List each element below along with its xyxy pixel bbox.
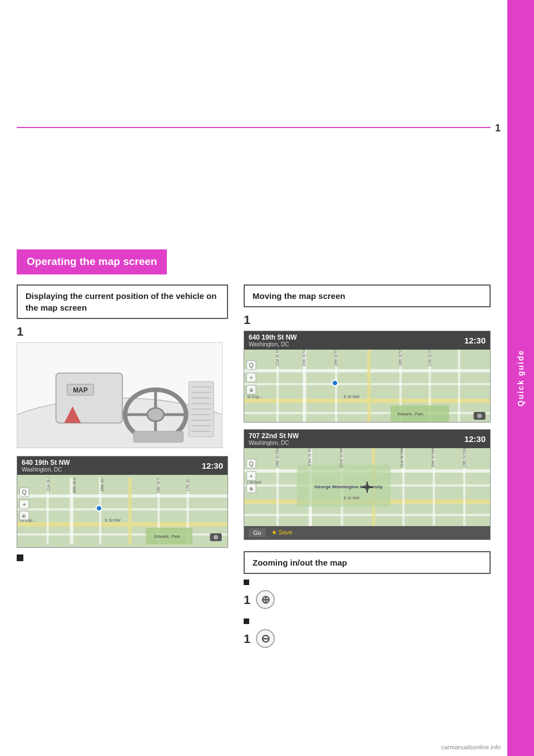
svg-text:19th St NW: 19th St NW	[334, 350, 338, 366]
zoom-in-black-sq	[244, 580, 249, 585]
left-indicator	[17, 554, 228, 561]
svg-text:22nd St NW: 22nd St NW	[339, 448, 344, 468]
moving-map-header2: 707 22nd St NW Washington, DC 12:30	[244, 430, 490, 448]
zoom-out-black-sq	[244, 618, 249, 624]
svg-point-80	[477, 414, 482, 418]
moving-map-after: 707 22nd St NW Washington, DC 12:30	[244, 429, 491, 540]
svg-text:⊕: ⊕	[249, 486, 254, 492]
moving-map-time1: 12:30	[464, 336, 486, 345]
moving-section: Moving the map screen 1 640 19th St NW W…	[244, 284, 491, 540]
zoom-in-button[interactable]: ⊕	[256, 590, 275, 609]
svg-point-72	[332, 380, 338, 386]
displaying-header: Displaying the current position of the v…	[17, 284, 228, 319]
map-time-left: 12:30	[202, 461, 223, 470]
zoom-out-indicator	[244, 618, 491, 624]
moving-map-body1: 21st St NW 20th St NW 19th St NW 18th St…	[244, 350, 490, 422]
main-content: Operating the map screen Displaying the …	[0, 0, 507, 669]
watermark: carmanualsonline.info	[441, 744, 501, 750]
svg-text:18th St NW: 18th St NW	[398, 350, 403, 366]
map-header-left: 640 19th St NW Washington, DC 12:30	[17, 456, 228, 475]
svg-text:20th St NW: 20th St NW	[72, 478, 77, 493]
map-roads-svg-left: 21st St NW 20th St NW 19th St NW 18th St…	[17, 478, 228, 544]
sidebar-label: Quick guide	[516, 350, 525, 406]
moving-map-time2: 12:30	[464, 434, 486, 444]
zoom-out-icon: ⊖	[261, 632, 270, 645]
dashboard-illustration: MAP	[17, 342, 222, 448]
svg-rect-59	[367, 350, 370, 422]
svg-text:Q: Q	[249, 461, 254, 467]
go-button[interactable]: Go	[249, 528, 266, 537]
svg-text:⊕: ⊕	[22, 513, 27, 519]
svg-text:21st St NW: 21st St NW	[46, 478, 51, 492]
map-footer: Go ★ Save	[244, 526, 490, 539]
main-section-title: Operating the map screen	[27, 255, 157, 269]
moving-map-body2: George Washington University 24th St NW …	[244, 448, 490, 526]
svg-text:20th St NW: 20th St NW	[431, 448, 436, 468]
moving-header: Moving the map screen	[244, 284, 491, 307]
zoom-out-subsection: 1 ⊖	[244, 618, 491, 650]
svg-rect-30	[128, 478, 132, 544]
svg-text:MAP: MAP	[73, 386, 88, 394]
svg-text:Q: Q	[22, 489, 27, 495]
top-spacer	[17, 11, 491, 122]
svg-rect-62	[458, 350, 460, 422]
dashboard-svg: MAP	[17, 342, 222, 448]
black-square-indicator	[17, 554, 23, 561]
moving-map-addr1: 640 19th St NW Washington, DC	[249, 333, 297, 347]
displaying-title: Displaying the current position of the v…	[26, 290, 219, 313]
moving-map-addr2: 707 22nd St NW Washington, DC	[249, 432, 299, 446]
svg-rect-7	[56, 373, 122, 423]
svg-text:+: +	[250, 375, 253, 381]
svg-text:E St NW: E St NW	[344, 496, 359, 500]
left-map-screenshot: 640 19th St NW Washington, DC 12:30	[17, 456, 228, 548]
svg-text:18th St NW: 18th St NW	[156, 478, 161, 493]
map-body-left: 21st St NW 20th St NW 19th St NW 18th St…	[17, 475, 228, 547]
two-column-layout: Displaying the current position of the v…	[17, 284, 491, 657]
svg-text:Edward...Park: Edward...Park	[155, 534, 180, 539]
zooming-header: Zooming in/out the map	[244, 551, 491, 574]
svg-text:Edward...Park: Edward...Park	[398, 412, 424, 416]
main-section-header: Operating the map screen	[17, 249, 167, 274]
svg-text:21st St NW: 21st St NW	[275, 350, 280, 366]
zoom-out-step-number: 1	[244, 632, 250, 646]
svg-text:17th St NW: 17th St NW	[186, 478, 190, 492]
zoom-out-button[interactable]: ⊖	[256, 629, 275, 648]
svg-text:21st St NW: 21st St NW	[400, 448, 404, 468]
zoom-in-step-number: 1	[244, 593, 250, 607]
zoom-in-subsection: 1 ⊕	[244, 580, 491, 611]
svg-text:19th St NW: 19th St NW	[462, 448, 467, 468]
section-divider	[17, 127, 491, 128]
svg-rect-11	[134, 431, 184, 442]
zoom-in-step-row: 1 ⊕	[244, 588, 491, 611]
svg-point-42	[96, 505, 102, 511]
svg-text:+: +	[23, 502, 26, 508]
svg-text:+: +	[250, 473, 253, 479]
moving-step1-number: 1	[244, 313, 491, 327]
svg-text:E St NW: E St NW	[344, 395, 359, 399]
moving-map-header1: 640 19th St NW Washington, DC 12:30	[244, 331, 490, 350]
svg-rect-85	[244, 514, 490, 516]
zooming-section: Zooming in/out the map 1 ⊕	[244, 551, 491, 650]
svg-text:⊕: ⊕	[249, 387, 254, 393]
svg-point-2	[147, 408, 164, 421]
svg-text:20th St NW: 20th St NW	[302, 350, 306, 366]
moving-roads-svg1: 21st St NW 20th St NW 19th St NW 18th St…	[244, 350, 490, 422]
zooming-title: Zooming in/out the map	[253, 557, 482, 568]
zoom-out-step-row: 1 ⊖	[244, 627, 491, 650]
right-sidebar: Quick guide	[507, 0, 534, 756]
moving-title: Moving the map screen	[253, 290, 482, 302]
moving-map-before: 640 19th St NW Washington, DC 12:30	[244, 331, 491, 423]
svg-text:17th St NW: 17th St NW	[428, 350, 432, 366]
svg-text:Q: Q	[249, 362, 254, 369]
svg-point-50	[214, 535, 218, 539]
map-address-left: 640 19th St NW Washington, DC	[22, 459, 70, 473]
zoom-in-icon: ⊕	[261, 593, 270, 606]
svg-text:19th St NW: 19th St NW	[100, 478, 105, 492]
svg-text:23rd St NW: 23rd St NW	[308, 448, 312, 466]
moving-roads-svg2: George Washington University 24th St NW …	[244, 448, 490, 526]
svg-text:24th St NW: 24th St NW	[275, 448, 280, 468]
svg-text:St Exp...: St Exp...	[247, 395, 263, 399]
right-column: Moving the map screen 1 640 19th St NW W…	[244, 284, 491, 657]
save-button[interactable]: ★ Save	[271, 529, 293, 536]
left-column: Displaying the current position of the v…	[17, 284, 228, 657]
